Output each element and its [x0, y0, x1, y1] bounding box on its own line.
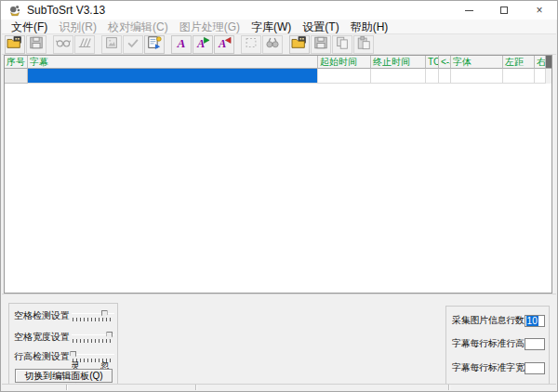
column-header-3[interactable]: 终止时间	[371, 56, 426, 69]
row-filler	[546, 69, 551, 84]
font-a-icon: A	[173, 35, 190, 54]
slider-track-1[interactable]	[72, 332, 114, 344]
window-controls: ×	[451, 1, 557, 20]
split-lines-icon	[76, 35, 93, 54]
selection-icon	[243, 35, 259, 54]
cell-0-2[interactable]	[318, 69, 371, 84]
slider-row-1: 空格宽度设置	[14, 331, 114, 344]
image-info-button	[101, 35, 122, 54]
export-image-icon	[146, 35, 163, 54]
search-button	[262, 35, 283, 54]
svg-text:A: A	[177, 35, 186, 49]
column-header-0[interactable]: 序号	[5, 56, 28, 69]
slider-channel	[72, 313, 114, 314]
svg-text:A: A	[196, 37, 205, 50]
field-input-1[interactable]	[525, 338, 545, 350]
menu-item-0[interactable]: 文件(F)	[6, 20, 53, 34]
menu-item-2: 校对编辑(C)	[102, 20, 174, 34]
preview-button	[53, 35, 73, 54]
menu-bar: 文件(F)识别(R)校对编辑(C)图片处理(G)字库(W)设置(T)帮助(H)	[2, 20, 556, 34]
menu-item-1: 识别(R)	[53, 20, 102, 34]
selection-button	[241, 35, 261, 54]
paste-icon	[355, 35, 372, 54]
field-label-2: 字幕每行标准字宽	[452, 361, 525, 374]
slider-label-0: 空格检测设置	[14, 309, 72, 322]
menu-item-6[interactable]: 帮助(H)	[345, 20, 394, 34]
cell-0-1[interactable]	[28, 69, 318, 84]
title-bar[interactable]: SubToSrt V3.13 ×	[1, 1, 557, 20]
close-button[interactable]: ×	[522, 1, 557, 20]
statusbar-segment-3	[449, 385, 556, 390]
save-icon	[312, 35, 329, 54]
slider-track-0[interactable]	[72, 310, 114, 322]
slider-label-1: 空格宽度设置	[14, 331, 72, 344]
open-file-button[interactable]	[289, 35, 310, 54]
column-header-8[interactable]: 右距	[535, 56, 546, 69]
close-icon: ×	[536, 4, 542, 17]
confirm-button	[123, 35, 143, 54]
table-row[interactable]	[5, 69, 551, 84]
grid-header-row: 序号字幕起始时间终止时间TCF<->字体左距右距	[5, 56, 551, 69]
maximize-button[interactable]	[486, 1, 522, 20]
font-add-button[interactable]: A	[193, 35, 213, 54]
cell-0-7[interactable]	[503, 69, 535, 84]
switch-to-edit-panel-button[interactable]: 切换到编辑面板(Q)	[15, 369, 113, 383]
save-file-button	[311, 35, 331, 54]
column-header-1[interactable]: 字幕	[28, 56, 318, 69]
grid-body	[5, 69, 551, 84]
export-image-button[interactable]	[144, 35, 165, 54]
minimize-button[interactable]	[451, 1, 486, 20]
open-folder-icon	[291, 35, 308, 54]
check-icon	[125, 35, 141, 54]
column-header-4[interactable]: TCF	[426, 56, 439, 69]
cell-0-3[interactable]	[371, 69, 426, 84]
column-header-5[interactable]: <->	[439, 56, 451, 69]
header-filler	[546, 56, 551, 69]
save-icon	[28, 35, 45, 54]
column-header-2[interactable]: 起始时间	[318, 56, 371, 69]
cell-0-8[interactable]	[535, 69, 546, 84]
menu-item-4[interactable]: 字库(W)	[246, 20, 297, 34]
split-lines-button	[74, 35, 95, 54]
cell-0-5[interactable]	[439, 69, 451, 84]
slider-channel	[72, 354, 114, 355]
open-folder-icon	[7, 35, 23, 54]
detection-settings-group: 空格检测设置空格宽度设置行高检测设置 灵敏 忽略 切换到编辑面板(Q)	[8, 303, 118, 385]
window-title: SubToSrt V3.13	[27, 4, 105, 17]
field-input-2[interactable]	[525, 362, 545, 374]
field-label-1: 字幕每行标准行高	[452, 337, 525, 350]
column-header-7[interactable]: 左距	[503, 56, 535, 69]
slider-ticks	[73, 318, 113, 321]
binoculars-icon	[264, 35, 281, 54]
cell-0-0[interactable]	[5, 69, 28, 84]
column-header-6[interactable]: 字体	[451, 56, 503, 69]
statusbar-segment-0	[2, 385, 67, 390]
bottom-panel: 空格检测设置空格宽度设置行高检测设置 灵敏 忽略 切换到编辑面板(Q) 采集图片…	[2, 294, 556, 385]
slider-label-2: 行高检测设置	[14, 350, 72, 363]
subtitle-grid[interactable]: 序号字幕起始时间终止时间TCF<->字体左距右距	[4, 55, 552, 294]
cell-0-6[interactable]	[451, 69, 503, 84]
statusbar-segment-1	[67, 385, 196, 390]
status-bar	[2, 384, 556, 390]
field-label-0: 采集图片信息行数	[452, 314, 525, 327]
copy-icon	[334, 35, 351, 54]
paste-button	[353, 35, 374, 54]
font-a-remove-icon: A	[216, 35, 232, 54]
minimize-icon	[465, 10, 473, 11]
copy-button	[332, 35, 352, 54]
menu-item-5[interactable]: 设置(T)	[297, 20, 344, 34]
font-library-button[interactable]: A	[171, 35, 192, 54]
field-row-0: 采集图片信息行数10	[452, 314, 545, 327]
maximize-icon	[500, 7, 508, 14]
save-project-button	[26, 35, 46, 54]
open-project-button[interactable]	[5, 35, 25, 54]
field-row-2: 字幕每行标准字宽	[452, 361, 545, 374]
font-a-add-icon: A	[194, 35, 211, 54]
field-row-1: 字幕每行标准行高	[452, 337, 545, 350]
cell-0-4[interactable]	[426, 69, 439, 84]
slider-row-0: 空格检测设置	[14, 309, 114, 322]
app-window: SubToSrt V3.13 × 文件(F)识别(R)校对编辑(C)图片处理(G…	[0, 0, 558, 392]
font-remove-button[interactable]: A	[214, 35, 234, 54]
svg-text:A: A	[218, 37, 226, 50]
field-input-0[interactable]: 10	[525, 315, 545, 327]
